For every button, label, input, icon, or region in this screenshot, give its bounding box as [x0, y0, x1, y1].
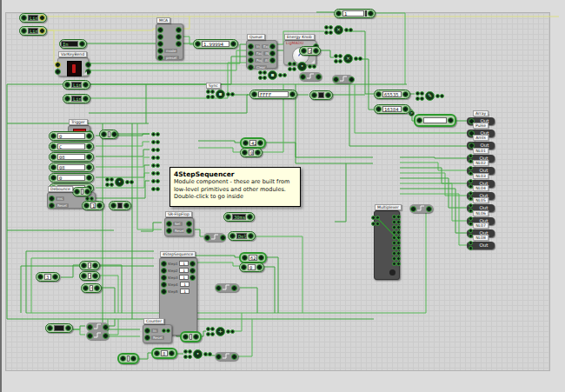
port[interactable] — [255, 149, 261, 156]
port[interactable] — [376, 106, 382, 112]
port[interactable] — [243, 140, 249, 146]
step-value[interactable]: 1 — [179, 275, 189, 280]
port-column[interactable] — [206, 327, 215, 336]
port[interactable] — [396, 251, 401, 256]
empty-textbox[interactable] — [414, 114, 456, 127]
port[interactable] — [396, 230, 401, 235]
port[interactable] — [469, 166, 473, 170]
port[interactable] — [329, 30, 333, 35]
value-0c[interactable]: 0 — [239, 262, 264, 272]
hex-2-value[interactable]: C — [57, 143, 85, 149]
port[interactable] — [85, 62, 91, 68]
port[interactable] — [189, 275, 196, 281]
patch-canvas[interactable]: LinkLinkInVarKeyBendLinkLinkTriggermodep… — [0, 0, 565, 392]
port-pair[interactable] — [392, 215, 401, 219]
value-8[interactable]: 8 — [151, 348, 177, 359]
port-pair[interactable] — [258, 76, 267, 80]
port[interactable] — [157, 41, 163, 47]
port-pair[interactable] — [151, 132, 160, 136]
slider-handle[interactable] — [365, 10, 367, 17]
port[interactable] — [189, 268, 196, 274]
port[interactable] — [49, 203, 55, 209]
port-pair[interactable] — [151, 148, 160, 152]
port[interactable] — [161, 282, 167, 288]
port-pair[interactable] — [151, 140, 160, 144]
port[interactable] — [358, 56, 362, 61]
port[interactable] — [157, 34, 163, 40]
port[interactable] — [83, 96, 89, 102]
port-pair[interactable] — [226, 329, 235, 334]
port-pair[interactable] — [392, 262, 401, 266]
hex-5-value[interactable]: 0 — [57, 175, 85, 181]
port-column[interactable] — [206, 90, 215, 99]
port[interactable] — [81, 262, 87, 269]
add-cluster[interactable]: + — [206, 327, 235, 336]
port[interactable] — [144, 328, 150, 334]
port[interactable] — [469, 203, 473, 208]
port-pair[interactable] — [258, 70, 267, 75]
sr-flipflop[interactable]: SetResetSR-FlipFlop — [164, 217, 194, 236]
switch-2[interactable] — [332, 75, 353, 83]
port[interactable] — [247, 214, 253, 220]
hex-3[interactable]: 08 — [49, 152, 94, 162]
value-16384[interactable]: 16384 — [374, 104, 410, 114]
port-pair[interactable] — [183, 355, 192, 359]
multiplexer[interactable]: Multiplexer — [374, 210, 400, 280]
port-pair[interactable] — [85, 196, 94, 201]
mca[interactable]: modepresetMCA — [156, 23, 183, 60]
port[interactable] — [210, 332, 215, 336]
value-6247-value[interactable]: 6247 — [249, 255, 257, 261]
port[interactable] — [242, 255, 248, 261]
port[interactable] — [241, 264, 247, 270]
port[interactable] — [110, 203, 116, 209]
port[interactable] — [208, 352, 212, 356]
port-pair[interactable] — [206, 327, 215, 331]
rel-module-value[interactable] — [54, 325, 64, 331]
port[interactable] — [216, 285, 222, 291]
port[interactable] — [74, 189, 80, 195]
port[interactable] — [225, 214, 231, 220]
link-2-value[interactable]: Link — [28, 28, 38, 34]
port[interactable] — [258, 255, 264, 261]
port[interactable] — [220, 235, 226, 241]
port-pair[interactable] — [392, 246, 401, 250]
port-pair[interactable] — [392, 220, 401, 224]
port[interactable] — [84, 189, 90, 195]
module-no-value[interactable]: 3 — [44, 274, 51, 280]
port[interactable] — [96, 203, 103, 209]
port-pair[interactable] — [392, 241, 401, 245]
port[interactable] — [50, 175, 56, 181]
port[interactable] — [402, 106, 409, 112]
out-nl08[interactable]: OutNL08 — [467, 242, 495, 249]
port-pair[interactable] — [288, 62, 296, 66]
port-pair[interactable] — [162, 329, 170, 333]
port[interactable] — [50, 133, 56, 139]
port[interactable] — [65, 325, 71, 331]
port-column[interactable] — [324, 25, 333, 35]
port[interactable] — [248, 233, 254, 239]
port-column[interactable] — [258, 70, 267, 80]
port[interactable] — [269, 57, 276, 63]
port-pair[interactable] — [392, 256, 401, 261]
port[interactable] — [169, 350, 175, 356]
value-9b-value[interactable]: 9 — [88, 273, 91, 279]
port[interactable] — [86, 164, 92, 170]
port[interactable] — [248, 64, 254, 70]
compare-cluster[interactable]: • — [105, 177, 134, 187]
port[interactable] — [396, 246, 401, 250]
hex-3-value[interactable]: 08 — [57, 154, 85, 160]
port[interactable] — [176, 27, 182, 33]
port[interactable] — [50, 154, 56, 160]
port[interactable] — [396, 225, 401, 229]
port[interactable] — [402, 91, 409, 97]
port[interactable] — [123, 203, 130, 209]
port[interactable] — [186, 221, 192, 227]
port[interactable] — [248, 43, 254, 50]
link-kbd-value[interactable]: Link — [71, 82, 82, 88]
port[interactable] — [79, 41, 85, 47]
port[interactable] — [156, 179, 160, 183]
port-pair[interactable] — [151, 148, 160, 152]
port[interactable] — [183, 334, 189, 340]
port-pair[interactable] — [288, 67, 296, 71]
port[interactable] — [176, 41, 182, 47]
